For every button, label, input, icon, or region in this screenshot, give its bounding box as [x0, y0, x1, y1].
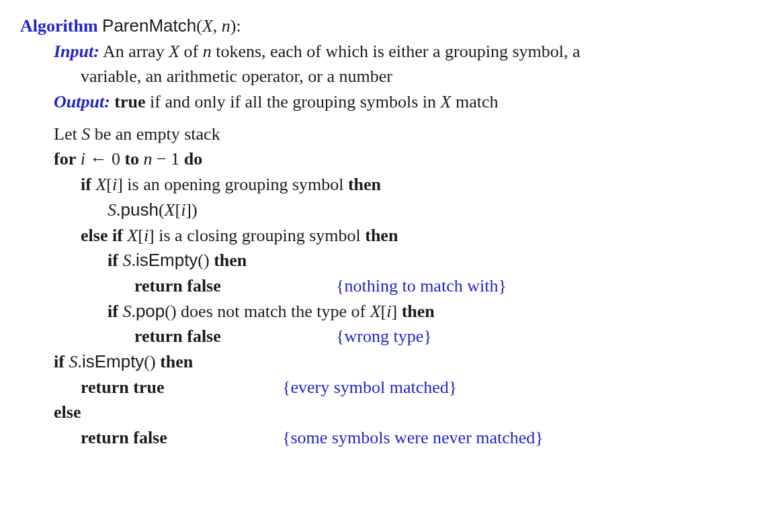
spacer: [20, 115, 746, 122]
true-kw: true: [114, 92, 145, 112]
var-n: n: [203, 42, 212, 61]
text: match: [451, 92, 498, 112]
return-wrong-type: return false {wrong type}: [20, 324, 746, 349]
var-S: S: [81, 124, 90, 144]
output-line: Output: true if and only if all the grou…: [20, 89, 746, 115]
input-line2: variable, an arithmetic operator, or a n…: [20, 64, 746, 89]
paren-open: (: [196, 16, 202, 36]
var-S: S: [122, 251, 131, 270]
if-isempty-outer: if S.isEmpty() then: [20, 349, 746, 375]
comment-every-matched: {every symbol matched}: [282, 378, 457, 397]
text: be an empty stack: [90, 124, 220, 144]
if-opening: if X[i] is an opening grouping symbol th…: [20, 172, 746, 197]
kw-return-true: return true: [81, 378, 164, 397]
paren-pair: (): [198, 251, 214, 270]
return-true: return true {every symbol matched}: [20, 375, 746, 400]
text: tokens, each of which is either a groupi…: [212, 42, 581, 61]
var-X: X: [165, 200, 175, 220]
kw-algorithm: Algorithm: [20, 16, 98, 36]
bracket-close: ]: [392, 302, 402, 321]
text: Let: [54, 124, 81, 144]
kw-then: then: [402, 302, 435, 321]
kw-if: if: [108, 302, 118, 321]
let-line: Let S be an empty stack: [20, 122, 746, 147]
arrow-zero: ← 0: [85, 149, 125, 169]
var-X: X: [127, 226, 138, 245]
var-i: i: [81, 149, 85, 169]
fn-isempty: isEmpty: [82, 351, 144, 371]
algorithm-pseudocode: Algorithm ParenMatch(X, n): Input: An ar…: [0, 0, 766, 464]
if-pop-mismatch: if S.pop() does not match the type of X[…: [20, 299, 746, 324]
kw-else: else: [54, 402, 81, 422]
return-nothing: return false {nothing to match with}: [20, 273, 746, 299]
kw-elseif: else if: [81, 226, 123, 245]
paren-open: (: [159, 200, 165, 220]
kw-if: if: [108, 251, 118, 270]
kw-then: then: [160, 352, 193, 371]
kw-return-false: return false: [134, 276, 221, 296]
algorithm-header: Algorithm ParenMatch(X, n):: [20, 13, 746, 39]
text: of: [179, 42, 203, 61]
var-n: n: [139, 149, 153, 169]
comment-wrong-type: {wrong type}: [336, 326, 432, 346]
else-line: else: [20, 400, 746, 425]
bracket-open: [: [106, 175, 112, 194]
comment-unmatched: {some symbols were never matched}: [282, 428, 544, 447]
kw-then: then: [365, 226, 398, 245]
bracket-open: [: [381, 302, 387, 321]
comment-nothing: {nothing to match with}: [336, 276, 507, 296]
return-unmatched: return false {some symbols were never ma…: [20, 425, 746, 451]
kw-for: for: [54, 149, 76, 169]
fn-isempty: isEmpty: [136, 250, 198, 270]
kw-then: then: [348, 175, 381, 194]
text: is an opening grouping symbol: [123, 175, 348, 194]
kw-output: Output:: [54, 92, 110, 112]
elseif-closing: else if X[i] is a closing grouping symbo…: [20, 223, 746, 249]
kw-if: if: [54, 352, 65, 371]
comma: ,: [213, 16, 222, 36]
var-S: S: [108, 200, 116, 220]
param-n: n: [222, 16, 230, 36]
kw-then: then: [214, 251, 247, 270]
var-S: S: [69, 352, 77, 371]
push-line: S.push(X[i]): [20, 197, 746, 223]
bracket-close: ]: [117, 175, 123, 194]
kw-if: if: [81, 175, 91, 194]
fn-pop: pop: [136, 301, 165, 321]
if-isempty-inner: if S.isEmpty() then: [20, 248, 746, 273]
paren-close: ):: [230, 16, 241, 36]
kw-return-false: return false: [81, 428, 167, 447]
var-X: X: [441, 92, 452, 112]
var-i: i: [386, 302, 391, 321]
var-X: X: [95, 175, 106, 194]
bracket-close-paren: ]): [185, 200, 197, 220]
param-X: X: [202, 16, 213, 36]
var-X: X: [169, 42, 179, 61]
fn-push: push: [121, 200, 159, 220]
text: () does not match the type of: [165, 302, 370, 321]
text: variable, an arithmetic operator, or a n…: [81, 66, 392, 86]
kw-to: to: [124, 149, 139, 169]
bracket-close: ]: [148, 226, 155, 245]
text: if and only if all the grouping symbols …: [146, 92, 441, 112]
var-X: X: [370, 302, 381, 321]
bracket-open: [: [175, 200, 181, 220]
for-line: for i ← 0 to n − 1 do: [20, 146, 746, 172]
kw-return-false: return false: [134, 326, 221, 346]
paren-pair: (): [144, 352, 160, 371]
input-line1: Input: An array X of n tokens, each of w…: [20, 39, 746, 64]
kw-do: do: [184, 149, 202, 169]
kw-input: Input:: [54, 42, 99, 61]
text: is a closing grouping symbol: [155, 226, 365, 245]
text: An array: [99, 42, 169, 61]
minus-one: − 1: [153, 149, 184, 169]
var-S: S: [122, 302, 131, 321]
bracket-open: [: [138, 226, 144, 245]
algorithm-name: ParenMatch: [102, 15, 196, 36]
